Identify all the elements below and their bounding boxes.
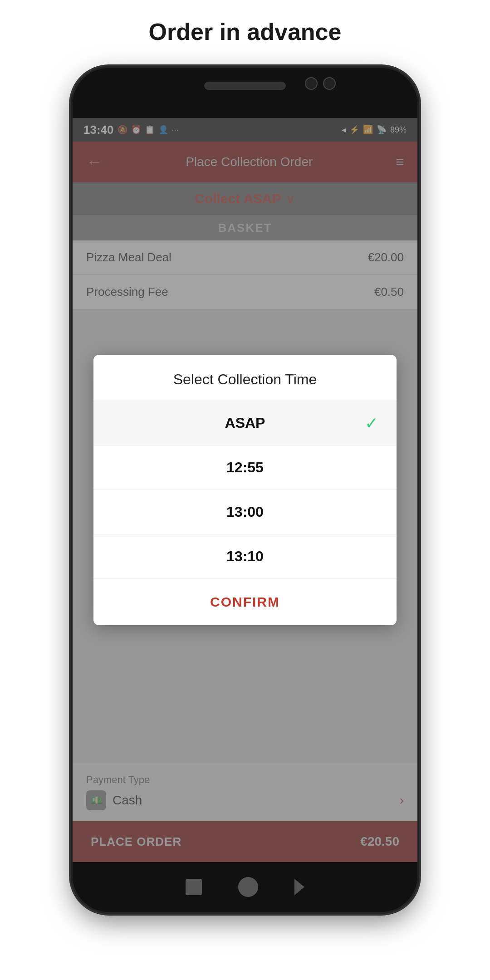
confirm-button[interactable]: CONFIRM xyxy=(93,579,397,625)
time-option-asap-label: ASAP xyxy=(225,415,265,431)
phone-speaker xyxy=(204,82,286,90)
phone-camera-right xyxy=(323,77,336,90)
nav-back-button[interactable] xyxy=(294,879,304,895)
nav-square-button[interactable] xyxy=(186,879,202,895)
modal-title: Select Collection Time xyxy=(93,355,397,401)
time-option-1300-label: 13:00 xyxy=(226,504,264,520)
page-title: Order in advance xyxy=(149,18,342,45)
time-option-1255-label: 12:55 xyxy=(226,459,264,476)
time-option-asap[interactable]: ASAP ✓ xyxy=(93,401,397,446)
overlay-backdrop: Select Collection Time ASAP ✓ 12:55 13:0… xyxy=(73,118,417,862)
phone-screen: 13:40 🔕 ⏰ 📋 👤 ··· ◂ ⚡ 📶 📡 89% ← Place Co… xyxy=(73,118,417,862)
phone-shell: 13:40 🔕 ⏰ 📋 👤 ··· ◂ ⚡ 📶 📡 89% ← Place Co… xyxy=(73,68,417,912)
phone-top-bezel xyxy=(73,68,417,118)
time-option-asap-check-icon: ✓ xyxy=(365,414,378,433)
time-option-1300[interactable]: 13:00 xyxy=(93,490,397,534)
phone-bottom-bezel xyxy=(73,862,417,912)
time-option-1255[interactable]: 12:55 xyxy=(93,446,397,490)
confirm-button-label: CONFIRM xyxy=(210,594,280,610)
time-option-1310-label: 13:10 xyxy=(226,548,264,565)
phone-camera-left xyxy=(305,77,318,90)
nav-home-button[interactable] xyxy=(238,877,258,897)
time-selection-modal: Select Collection Time ASAP ✓ 12:55 13:0… xyxy=(93,355,397,625)
time-option-1310[interactable]: 13:10 xyxy=(93,534,397,578)
